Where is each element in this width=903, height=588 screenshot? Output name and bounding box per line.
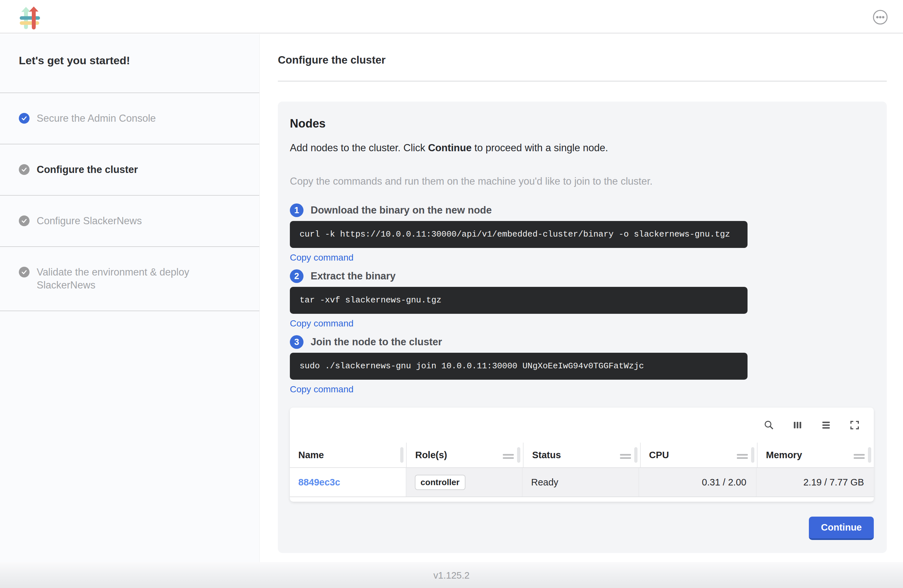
copy-command-link[interactable]: Copy command	[290, 318, 354, 329]
column-header-label: CPU	[649, 450, 669, 461]
cell-roles: controller	[406, 468, 522, 497]
step-number-badge: 3	[290, 335, 304, 349]
column-header-name[interactable]: Name	[290, 443, 406, 467]
density-icon[interactable]	[821, 420, 832, 431]
continue-button[interactable]: Continue	[809, 517, 874, 540]
show-hide-columns-icon[interactable]	[792, 420, 803, 431]
more-menu-button[interactable]	[873, 9, 888, 25]
column-resize-handle[interactable]	[400, 447, 403, 463]
copy-command-link[interactable]: Copy command	[290, 384, 354, 395]
nodes-card: Nodes Add nodes to the cluster. Click Co…	[278, 102, 887, 553]
step-heading: 2Extract the binary	[290, 269, 874, 283]
command-code-block: curl -k https://10.0.0.11:30000/api/v1/e…	[290, 221, 747, 248]
nodes-intro: Add nodes to the cluster. Click Continue…	[290, 141, 874, 155]
app-footer: v1.125.2	[0, 562, 903, 588]
sidebar-item-3[interactable]: Configure SlackerNews	[0, 196, 260, 247]
sidebar-item-label: Configure the cluster	[37, 163, 138, 176]
column-resize-handle[interactable]	[634, 447, 637, 463]
cell-memory: 2.19 / 7.77 GB	[756, 468, 874, 497]
step-number-badge: 2	[290, 269, 304, 283]
column-drag-handle-icon	[737, 454, 748, 459]
admin-console: Let's get you started! Secure the Admin …	[0, 0, 903, 588]
table-header-row: NameRole(s)StatusCPUMemory	[290, 443, 874, 468]
join-step-3: 3Join the node to the clustersudo ./slac…	[290, 335, 874, 401]
command-code-block: sudo ./slackernews-gnu join 10.0.0.11:30…	[290, 353, 747, 380]
column-header-memory[interactable]: Memory	[757, 443, 874, 467]
step-title: Download the binary on the new node	[311, 204, 492, 216]
step-title: Extract the binary	[311, 270, 396, 282]
card-actions: Continue	[290, 517, 874, 540]
step-heading: 1Download the binary on the new node	[290, 203, 874, 217]
table-row: 8849ec3ccontrollerReady0.31 / 2.002.19 /…	[290, 468, 874, 497]
copy-command-link[interactable]: Copy command	[290, 252, 354, 264]
sidebar-item-label: Secure the Admin Console	[37, 112, 156, 125]
nodes-card-title: Nodes	[290, 117, 874, 130]
column-resize-handle[interactable]	[751, 447, 754, 463]
column-header-label: Status	[532, 450, 561, 461]
sidebar-item-4[interactable]: Validate the environment & deploy Slacke…	[0, 247, 260, 311]
sidebar-item-label: Validate the environment & deploy Slacke…	[37, 266, 225, 292]
column-resize-handle[interactable]	[517, 447, 520, 463]
title-divider	[278, 81, 887, 82]
column-header-label: Memory	[766, 450, 802, 461]
ellipsis-circle-icon	[873, 9, 888, 25]
cell-cpu: 0.31 / 2.00	[639, 468, 756, 497]
table-body: 8849ec3ccontrollerReady0.31 / 2.002.19 /…	[290, 468, 874, 497]
join-step-2: 2Extract the binarytar -xvf slackernews-…	[290, 269, 874, 335]
check-icon	[21, 115, 28, 122]
role-badge: controller	[415, 475, 466, 490]
completed-check-icon	[19, 113, 30, 124]
check-icon	[21, 166, 28, 173]
join-step-1: 1Download the binary on the new nodecurl…	[290, 203, 874, 269]
table-toolbar	[290, 407, 874, 443]
column-header-status[interactable]: Status	[523, 443, 640, 467]
column-drag-handle-icon	[620, 454, 631, 459]
nodes-table-card: NameRole(s)StatusCPUMemory 8849ec3ccontr…	[290, 407, 874, 502]
column-header-label: Role(s)	[415, 450, 447, 461]
sidebar-item-label: Configure SlackerNews	[37, 214, 142, 228]
cell-status: Ready	[522, 468, 639, 497]
sidebar-step-list: Secure the Admin ConsoleConfigure the cl…	[0, 93, 260, 311]
join-steps: 1Download the binary on the new nodecurl…	[290, 203, 874, 401]
step-check-icon	[19, 267, 30, 277]
column-drag-handle-icon	[854, 454, 865, 459]
sidebar-title: Let's get you started!	[0, 34, 260, 93]
step-check-icon	[19, 215, 30, 226]
version-label: v1.125.2	[433, 562, 469, 581]
join-hint: Copy the commands and run them on the ma…	[290, 175, 874, 188]
cell-name: 8849ec3c	[290, 468, 406, 497]
sidebar-item-1[interactable]: Secure the Admin Console	[0, 93, 260, 145]
step-title: Join the node to the cluster	[311, 336, 442, 348]
step-heading: 3Join the node to the cluster	[290, 335, 874, 349]
column-drag-handle[interactable]	[503, 451, 514, 461]
search-icon[interactable]	[763, 420, 774, 431]
step-number-badge: 1	[290, 203, 304, 217]
column-drag-handle[interactable]	[854, 451, 865, 461]
column-header-label: Name	[298, 450, 324, 461]
slackernews-logo	[19, 6, 41, 30]
column-header-cpu[interactable]: CPU	[640, 443, 757, 467]
column-drag-handle[interactable]	[620, 451, 631, 461]
command-code-block: tar -xvf slackernews-gnu.tgz	[290, 287, 747, 314]
column-drag-handle-icon	[503, 454, 514, 459]
main-content: Configure the cluster Nodes Add nodes to…	[260, 34, 903, 562]
step-check-icon	[19, 164, 30, 175]
top-bar	[0, 0, 903, 33]
check-icon	[21, 217, 28, 224]
page-title: Configure the cluster	[278, 53, 887, 66]
check-icon	[21, 269, 28, 275]
sidebar-item-2[interactable]: Configure the cluster	[0, 145, 260, 196]
fullscreen-icon[interactable]	[849, 420, 860, 431]
column-resize-handle[interactable]	[868, 447, 871, 463]
onboarding-sidebar: Let's get you started! Secure the Admin …	[0, 34, 260, 562]
column-drag-handle[interactable]	[737, 451, 748, 461]
node-name-link[interactable]: 8849ec3c	[298, 477, 340, 488]
column-header-roles[interactable]: Role(s)	[406, 443, 523, 467]
